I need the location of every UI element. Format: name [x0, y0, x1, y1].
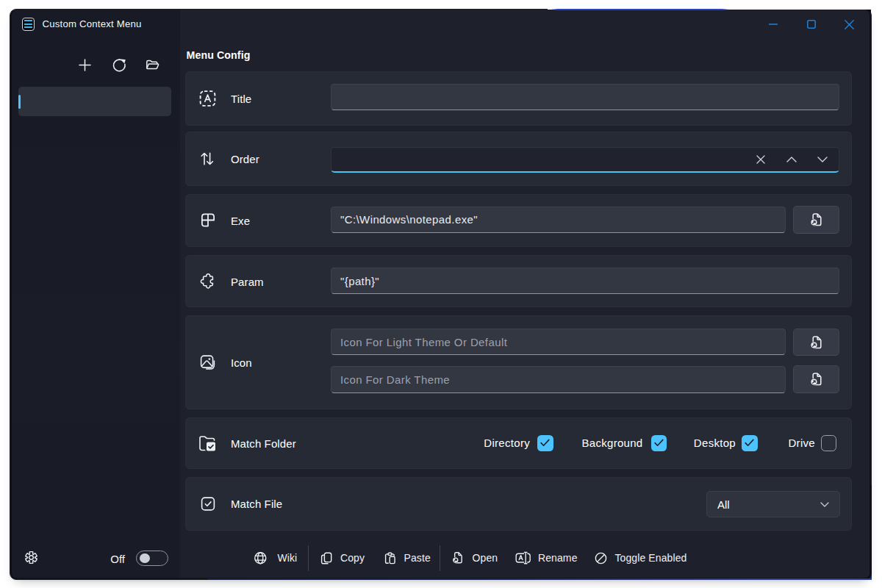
- decrement-button[interactable]: [807, 148, 838, 172]
- open-file-icon: [809, 372, 824, 387]
- clear-icon: [756, 155, 765, 164]
- paste-button[interactable]: Paste: [384, 545, 431, 571]
- checkbox-desktop[interactable]: Desktop: [694, 418, 758, 469]
- window-title: Custom Context Menu: [43, 18, 142, 29]
- text-field-icon: [199, 90, 216, 107]
- exe-input[interactable]: "C:\Windows\notepad.exe": [331, 207, 786, 233]
- app-icon: [22, 18, 35, 31]
- chevron-down-icon: [817, 157, 828, 162]
- app-window-icon: [199, 212, 216, 229]
- folder-open-icon: [146, 59, 160, 71]
- open-config-folder-button[interactable]: [138, 51, 168, 78]
- row-match-file: Match File All: [185, 477, 852, 531]
- app-window: Custom Context Menu: [10, 10, 871, 579]
- checkbox-unchecked[interactable]: [821, 435, 837, 451]
- checkbox-drive[interactable]: Drive: [788, 418, 836, 469]
- commandbar-divider: [308, 545, 309, 571]
- paste-icon: [384, 552, 396, 564]
- commandbar-divider: [440, 545, 440, 571]
- row-param: Param "{path}": [185, 255, 852, 307]
- row-icon: Icon Icon For Light Theme Or Default Ico…: [185, 315, 852, 409]
- icon-light-input[interactable]: Icon For Light Theme Or Default: [331, 329, 786, 355]
- open-button[interactable]: Open: [451, 545, 498, 571]
- close-button[interactable]: [832, 10, 866, 39]
- open-file-icon: [809, 335, 824, 350]
- param-input[interactable]: "{path}": [331, 268, 839, 294]
- row-label: Order: [231, 152, 259, 165]
- background-window-top-edge: [551, 9, 729, 11]
- open-file-icon: [451, 551, 465, 564]
- close-icon: [845, 20, 854, 29]
- checkbox-checked[interactable]: [742, 435, 758, 451]
- maximize-button[interactable]: [795, 10, 828, 39]
- row-label: Icon: [231, 356, 252, 368]
- add-icon: [79, 59, 91, 71]
- checkbox-background[interactable]: Background: [581, 418, 667, 469]
- copy-button[interactable]: Copy: [320, 545, 365, 571]
- clear-button[interactable]: [745, 148, 776, 172]
- toggle-enabled-button[interactable]: Toggle Enabled: [595, 545, 687, 571]
- browse-exe-button[interactable]: [793, 206, 840, 234]
- sidebar: Custom Context Menu: [10, 10, 180, 579]
- row-label: Param: [231, 275, 264, 287]
- add-menu-button[interactable]: [70, 51, 100, 78]
- icon-dark-input[interactable]: Icon For Dark Theme: [331, 366, 786, 393]
- checkbox-directory[interactable]: Directory: [484, 418, 553, 469]
- main-panel: Menu Config Title Order: [180, 10, 871, 579]
- row-title: Title: [185, 71, 852, 126]
- browse-icon-light-button[interactable]: [793, 329, 840, 356]
- minimize-icon: [769, 24, 778, 25]
- page-title: Menu Config: [187, 49, 251, 61]
- row-label: Title: [231, 92, 251, 104]
- enabled-toggle-label: Off: [10, 549, 125, 570]
- rename-icon: [515, 551, 531, 565]
- maximize-icon: [807, 20, 816, 29]
- row-label: Exe: [231, 214, 250, 226]
- chevron-down-icon: [820, 502, 829, 507]
- background-window-bottom-edge: [208, 578, 872, 580]
- refresh-button[interactable]: [104, 51, 135, 78]
- checkbox-checked[interactable]: [537, 435, 553, 451]
- copy-icon: [320, 552, 332, 564]
- match-file-dropdown[interactable]: All: [706, 491, 840, 517]
- image-icon: [199, 354, 216, 370]
- checkbox-icon: [199, 495, 216, 512]
- row-match-folder: Match Folder Directory Background: [185, 417, 852, 470]
- order-input[interactable]: [331, 147, 839, 173]
- menu-list-item[interactable]: [18, 87, 171, 116]
- open-file-icon: [809, 212, 824, 227]
- browse-icon-dark-button[interactable]: [793, 365, 840, 393]
- check-icon: [654, 439, 664, 447]
- row-exe: Exe "C:\Windows\notepad.exe": [185, 194, 852, 247]
- toggle-knob: [140, 553, 150, 564]
- sort-order-icon: [199, 150, 216, 167]
- minimize-button[interactable]: [756, 10, 790, 39]
- wiki-button[interactable]: Wiki: [254, 545, 297, 571]
- selection-indicator: [18, 95, 21, 109]
- chevron-up-icon: [786, 157, 797, 162]
- block-icon: [595, 552, 607, 564]
- enabled-toggle[interactable]: [136, 551, 168, 566]
- check-icon: [540, 439, 550, 447]
- puzzle-icon: [199, 273, 216, 290]
- globe-icon: [254, 551, 268, 565]
- rename-button[interactable]: Rename: [515, 545, 578, 571]
- refresh-icon: [112, 58, 126, 72]
- check-icon: [745, 439, 754, 447]
- checkbox-checked[interactable]: [651, 435, 667, 451]
- row-label: Match File: [231, 498, 282, 510]
- increment-button[interactable]: [776, 148, 807, 172]
- title-input[interactable]: [331, 84, 839, 110]
- row-order: Order: [185, 132, 852, 187]
